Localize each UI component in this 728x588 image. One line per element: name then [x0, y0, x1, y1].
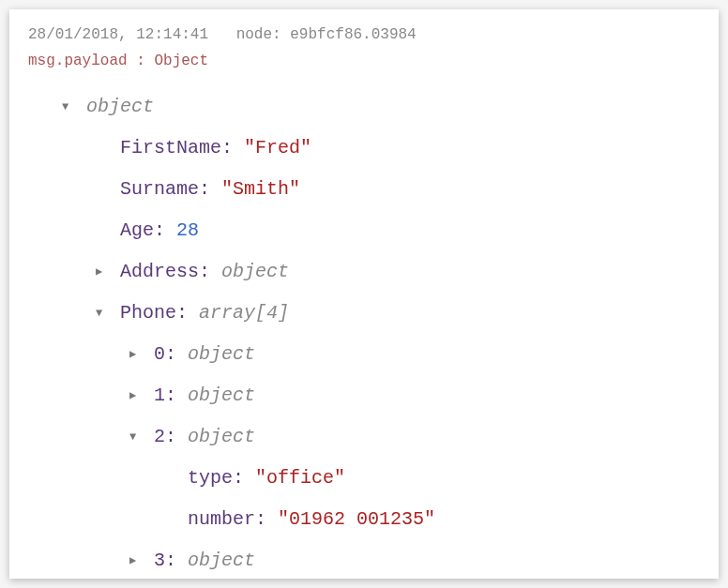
tree-root-row[interactable]: ▼ object: [28, 86, 700, 128]
object-tree: ▼ object ▶ FirstName: "Fred" ▶ Surname: …: [28, 86, 700, 579]
property-key: Surname: [120, 178, 199, 200]
property-key: Age: [120, 219, 154, 241]
property-value: "01962 001235": [278, 508, 435, 530]
caret-down-icon[interactable]: ▼: [96, 301, 109, 325]
tree-row-firstname[interactable]: ▶ FirstName: "Fred": [28, 128, 700, 169]
tree-row-phone-0[interactable]: ▶ 0: object: [28, 334, 700, 375]
node-label: node:: [236, 26, 281, 43]
tree-row-phone-2-type[interactable]: ▶ type: "office": [28, 458, 700, 499]
property-key: type: [188, 467, 233, 489]
property-type: object: [188, 426, 255, 447]
property-value: 28: [176, 219, 199, 241]
property-key: 1: [154, 384, 165, 406]
property-type: object: [188, 550, 255, 571]
property-key: number: [188, 508, 255, 530]
tree-row-phone-1[interactable]: ▶ 1: object: [28, 375, 700, 416]
timestamp: 28/01/2018, 12:14:41: [28, 26, 208, 43]
caret-right-icon[interactable]: ▶: [96, 260, 109, 284]
caret-down-icon[interactable]: ▼: [62, 95, 75, 119]
node-id: e9bfcf86.03984: [290, 26, 416, 43]
property-value: "Fred": [244, 137, 311, 158]
property-key: Address: [120, 261, 199, 282]
message-path[interactable]: msg.payload : Object: [28, 53, 700, 69]
debug-message-panel: 28/01/2018, 12:14:41 node: e9bfcf86.0398…: [9, 9, 719, 579]
tree-row-age[interactable]: ▶ Age: 28: [28, 210, 700, 251]
tree-row-address[interactable]: ▶ Address: object: [28, 251, 700, 293]
property-type: object: [221, 261, 289, 282]
property-type: object: [188, 384, 255, 406]
tree-row-phone-2[interactable]: ▼ 2: object: [28, 416, 700, 458]
property-type: array[4]: [199, 302, 289, 324]
property-key: 2: [154, 426, 165, 447]
tree-row-phone-2-number[interactable]: ▶ number: "01962 001235": [28, 499, 700, 540]
property-key: FirstName: [120, 137, 221, 158]
caret-right-icon[interactable]: ▶: [129, 384, 143, 408]
property-type: object: [188, 343, 255, 365]
tree-row-surname[interactable]: ▶ Surname: "Smith": [28, 169, 700, 210]
property-key: 0: [154, 343, 165, 365]
caret-right-icon[interactable]: ▶: [129, 549, 143, 573]
debug-header: 28/01/2018, 12:14:41 node: e9bfcf86.0398…: [28, 26, 700, 43]
property-value: "office": [255, 467, 345, 489]
property-value: "Smith": [221, 178, 300, 200]
property-key: Phone: [120, 302, 176, 324]
property-key: 3: [154, 550, 165, 571]
root-type: object: [86, 96, 154, 117]
caret-right-icon[interactable]: ▶: [129, 342, 143, 367]
tree-row-phone-3[interactable]: ▶ 3: object: [28, 540, 700, 579]
caret-down-icon[interactable]: ▼: [129, 425, 143, 449]
tree-row-phone[interactable]: ▼ Phone: array[4]: [28, 293, 700, 334]
